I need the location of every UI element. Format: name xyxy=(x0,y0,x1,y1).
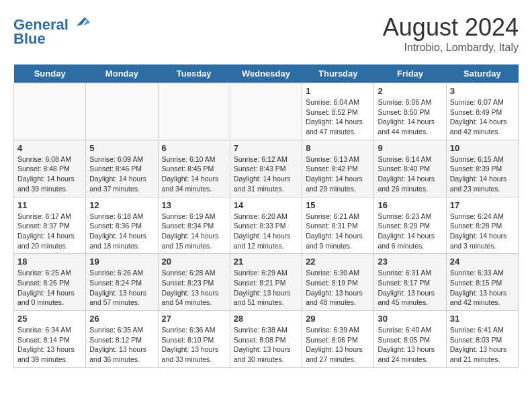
calendar-cell: 31Sunrise: 6:41 AMSunset: 8:03 PMDayligh… xyxy=(446,311,518,368)
header-day: Friday xyxy=(374,64,446,83)
calendar-cell: 8Sunrise: 6:13 AMSunset: 8:42 PMDaylight… xyxy=(302,140,374,197)
cell-content: Sunrise: 6:35 AMSunset: 8:12 PMDaylight:… xyxy=(89,325,154,365)
month-title: August 2024 xyxy=(383,13,519,42)
calendar-cell: 20Sunrise: 6:28 AMSunset: 8:23 PMDayligh… xyxy=(158,254,230,311)
cell-content: Sunrise: 6:20 AMSunset: 8:33 PMDaylight:… xyxy=(234,212,298,251)
cell-content: Sunrise: 6:28 AMSunset: 8:23 PMDaylight:… xyxy=(162,268,226,308)
cell-content: Sunrise: 6:38 AMSunset: 8:08 PMDaylight:… xyxy=(234,325,298,365)
calendar-week: 11Sunrise: 6:17 AMSunset: 8:37 PMDayligh… xyxy=(14,197,519,254)
day-number: 3 xyxy=(450,86,515,96)
cell-content: Sunrise: 6:13 AMSunset: 8:42 PMDaylight:… xyxy=(306,154,370,194)
day-number: 23 xyxy=(378,257,442,267)
cell-content: Sunrise: 6:39 AMSunset: 8:06 PMDaylight:… xyxy=(306,325,370,365)
day-number: 4 xyxy=(17,143,82,153)
cell-content: Sunrise: 6:33 AMSunset: 8:15 PMDaylight:… xyxy=(450,268,515,308)
cell-content: Sunrise: 6:08 AMSunset: 8:48 PMDaylight:… xyxy=(17,154,82,194)
day-number: 27 xyxy=(162,314,226,324)
day-number: 7 xyxy=(234,143,298,153)
calendar-cell: 22Sunrise: 6:30 AMSunset: 8:19 PMDayligh… xyxy=(302,254,374,311)
calendar-cell: 17Sunrise: 6:24 AMSunset: 8:28 PMDayligh… xyxy=(446,197,518,254)
calendar-cell: 3Sunrise: 6:07 AMSunset: 8:49 PMDaylight… xyxy=(446,83,518,140)
cell-content: Sunrise: 6:40 AMSunset: 8:05 PMDaylight:… xyxy=(378,325,442,365)
cell-content: Sunrise: 6:07 AMSunset: 8:49 PMDaylight:… xyxy=(450,97,515,137)
cell-content: Sunrise: 6:34 AMSunset: 8:14 PMDaylight:… xyxy=(17,325,82,365)
day-number: 1 xyxy=(306,86,370,96)
logo-icon xyxy=(74,13,90,30)
calendar-cell xyxy=(158,83,230,140)
calendar-cell: 14Sunrise: 6:20 AMSunset: 8:33 PMDayligh… xyxy=(230,197,302,254)
calendar-cell: 16Sunrise: 6:23 AMSunset: 8:29 PMDayligh… xyxy=(374,197,446,254)
calendar-cell xyxy=(230,83,302,140)
day-number: 14 xyxy=(234,200,298,210)
cell-content: Sunrise: 6:18 AMSunset: 8:36 PMDaylight:… xyxy=(89,212,154,251)
day-number: 24 xyxy=(450,257,515,267)
calendar-cell: 25Sunrise: 6:34 AMSunset: 8:14 PMDayligh… xyxy=(14,311,86,368)
day-number: 28 xyxy=(234,314,298,324)
cell-content: Sunrise: 6:26 AMSunset: 8:24 PMDaylight:… xyxy=(89,268,154,308)
calendar-week: 1Sunrise: 6:04 AMSunset: 8:52 PMDaylight… xyxy=(14,83,519,140)
day-number: 9 xyxy=(378,143,442,153)
calendar-cell: 24Sunrise: 6:33 AMSunset: 8:15 PMDayligh… xyxy=(446,254,518,311)
header-day: Monday xyxy=(86,64,158,83)
day-number: 13 xyxy=(162,200,226,210)
cell-content: Sunrise: 6:06 AMSunset: 8:50 PMDaylight:… xyxy=(378,97,442,137)
calendar-cell: 7Sunrise: 6:12 AMSunset: 8:43 PMDaylight… xyxy=(230,140,302,197)
day-number: 21 xyxy=(234,257,298,267)
calendar-cell xyxy=(86,83,158,140)
cell-content: Sunrise: 6:04 AMSunset: 8:52 PMDaylight:… xyxy=(306,97,370,137)
calendar-cell: 11Sunrise: 6:17 AMSunset: 8:37 PMDayligh… xyxy=(14,197,86,254)
day-number: 15 xyxy=(306,200,370,210)
page-header: General Blue August 2024 Introbio, Lomba… xyxy=(13,13,519,54)
day-number: 12 xyxy=(89,200,154,210)
day-number: 10 xyxy=(450,143,515,153)
cell-content: Sunrise: 6:17 AMSunset: 8:37 PMDaylight:… xyxy=(17,212,82,251)
calendar-cell: 28Sunrise: 6:38 AMSunset: 8:08 PMDayligh… xyxy=(230,311,302,368)
day-number: 20 xyxy=(162,257,226,267)
calendar-cell: 6Sunrise: 6:10 AMSunset: 8:45 PMDaylight… xyxy=(158,140,230,197)
header-day: Sunday xyxy=(14,64,86,83)
cell-content: Sunrise: 6:25 AMSunset: 8:26 PMDaylight:… xyxy=(17,268,82,308)
day-number: 5 xyxy=(89,143,154,153)
day-number: 19 xyxy=(89,257,154,267)
calendar-cell: 23Sunrise: 6:31 AMSunset: 8:17 PMDayligh… xyxy=(374,254,446,311)
day-number: 31 xyxy=(450,314,515,324)
calendar-cell: 21Sunrise: 6:29 AMSunset: 8:21 PMDayligh… xyxy=(230,254,302,311)
calendar-cell: 4Sunrise: 6:08 AMSunset: 8:48 PMDaylight… xyxy=(14,140,86,197)
cell-content: Sunrise: 6:21 AMSunset: 8:31 PMDaylight:… xyxy=(306,212,370,251)
calendar-cell: 2Sunrise: 6:06 AMSunset: 8:50 PMDaylight… xyxy=(374,83,446,140)
day-number: 16 xyxy=(378,200,442,210)
day-number: 29 xyxy=(306,314,370,324)
cell-content: Sunrise: 6:30 AMSunset: 8:19 PMDaylight:… xyxy=(306,268,370,308)
location: Introbio, Lombardy, Italy xyxy=(383,42,519,54)
calendar-cell: 30Sunrise: 6:40 AMSunset: 8:05 PMDayligh… xyxy=(374,311,446,368)
cell-content: Sunrise: 6:24 AMSunset: 8:28 PMDaylight:… xyxy=(450,212,515,251)
calendar-week: 4Sunrise: 6:08 AMSunset: 8:48 PMDaylight… xyxy=(14,140,519,197)
day-number: 18 xyxy=(17,257,82,267)
cell-content: Sunrise: 6:31 AMSunset: 8:17 PMDaylight:… xyxy=(378,268,442,308)
cell-content: Sunrise: 6:12 AMSunset: 8:43 PMDaylight:… xyxy=(234,154,298,194)
day-number: 26 xyxy=(89,314,154,324)
calendar-cell: 26Sunrise: 6:35 AMSunset: 8:12 PMDayligh… xyxy=(86,311,158,368)
calendar-week: 18Sunrise: 6:25 AMSunset: 8:26 PMDayligh… xyxy=(14,254,519,311)
day-number: 30 xyxy=(378,314,442,324)
calendar-cell: 1Sunrise: 6:04 AMSunset: 8:52 PMDaylight… xyxy=(302,83,374,140)
calendar-cell: 18Sunrise: 6:25 AMSunset: 8:26 PMDayligh… xyxy=(14,254,86,311)
calendar-week: 25Sunrise: 6:34 AMSunset: 8:14 PMDayligh… xyxy=(14,311,519,368)
header-day: Tuesday xyxy=(158,64,230,83)
cell-content: Sunrise: 6:09 AMSunset: 8:46 PMDaylight:… xyxy=(89,154,154,194)
calendar-cell: 10Sunrise: 6:15 AMSunset: 8:39 PMDayligh… xyxy=(446,140,518,197)
calendar-cell: 29Sunrise: 6:39 AMSunset: 8:06 PMDayligh… xyxy=(302,311,374,368)
cell-content: Sunrise: 6:10 AMSunset: 8:45 PMDaylight:… xyxy=(162,154,226,194)
cell-content: Sunrise: 6:36 AMSunset: 8:10 PMDaylight:… xyxy=(162,325,226,365)
calendar-cell: 5Sunrise: 6:09 AMSunset: 8:46 PMDaylight… xyxy=(86,140,158,197)
header-day: Wednesday xyxy=(230,64,302,83)
calendar-cell: 15Sunrise: 6:21 AMSunset: 8:31 PMDayligh… xyxy=(302,197,374,254)
day-number: 8 xyxy=(306,143,370,153)
day-number: 2 xyxy=(378,86,442,96)
calendar-cell: 19Sunrise: 6:26 AMSunset: 8:24 PMDayligh… xyxy=(86,254,158,311)
day-number: 25 xyxy=(17,314,82,324)
day-number: 11 xyxy=(17,200,82,210)
calendar-cell: 9Sunrise: 6:14 AMSunset: 8:40 PMDaylight… xyxy=(374,140,446,197)
calendar-cell xyxy=(14,83,86,140)
cell-content: Sunrise: 6:14 AMSunset: 8:40 PMDaylight:… xyxy=(378,154,442,194)
